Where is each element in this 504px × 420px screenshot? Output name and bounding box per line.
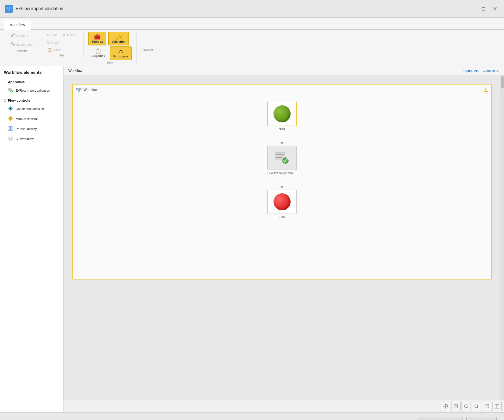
start-node[interactable]: Start xyxy=(267,102,297,131)
arrow-exflow-to-end xyxy=(280,175,284,190)
approvals-collapse-icon: □ xyxy=(4,80,6,84)
parallel-activity-label: Parallel activity xyxy=(16,127,37,131)
canvas-wrapper: Workflow Expand All Collapse All xyxy=(63,66,504,412)
end-node-box[interactable] xyxy=(267,190,297,214)
sidebar-item-parallel-activity[interactable]: Parallel activity xyxy=(0,124,63,134)
expand-all-link[interactable]: Expand All xyxy=(463,69,478,73)
save-close-button[interactable]: Save and close xyxy=(418,417,462,420)
conditional-decision-label: Conditional decision xyxy=(16,107,44,111)
navigate-group-label: Navigate xyxy=(17,49,27,52)
canvas-header-actions: Expand All Collapse All xyxy=(463,69,499,73)
pan-tool-button[interactable] xyxy=(441,402,450,411)
sidebar-item-subworkflow[interactable]: Subworkflow xyxy=(0,134,63,144)
svg-line-4 xyxy=(9,9,10,9)
validation-icon: 🔑 xyxy=(115,34,122,40)
sidebar-item-exflow-import-validation[interactable]: ExFlow import validation xyxy=(0,86,63,96)
delete-label: Delete xyxy=(67,33,76,37)
fit-all-button[interactable] xyxy=(482,402,491,411)
svg-rect-55 xyxy=(485,407,486,408)
toolbar-navigate-group: Level up Level down Navigate xyxy=(4,32,40,52)
level-up-icon xyxy=(11,33,16,39)
conditional-decision-icon xyxy=(8,106,13,112)
toolbar: Level up Level down Navigate ✂ Cut ✕ Del… xyxy=(0,30,504,66)
toolbar-advanced-group: Advanced xyxy=(137,32,158,51)
delete-button[interactable]: ✕ Delete xyxy=(61,32,78,38)
workflow-label-text: Workflow xyxy=(84,88,97,92)
edit-buttons: ✂ Cut ✕ Delete ⧉ Copy 📋 Paste xyxy=(45,32,78,53)
app-icon xyxy=(5,5,13,13)
tabbar: Workflow xyxy=(0,18,504,30)
end-circle xyxy=(273,193,291,210)
exflow-node-icon xyxy=(275,152,289,164)
copy-label: Copy xyxy=(51,41,59,44)
show-group-label: Show xyxy=(107,61,114,64)
scrollbar[interactable] xyxy=(501,75,504,400)
properties-button[interactable]: 📋 Properties xyxy=(88,46,108,60)
exflow-label: ExFlow import vali... xyxy=(269,172,295,175)
collapse-all-link[interactable]: Collapse All xyxy=(483,69,499,73)
sidebar-section-flow-controls[interactable]: □ Flow controls xyxy=(0,96,63,104)
validation-button[interactable]: 🔑 Validation xyxy=(108,32,129,45)
fit-button[interactable] xyxy=(451,402,461,411)
navigate-buttons: Level up Level down xyxy=(9,32,35,48)
level-down-label: Level down xyxy=(17,43,33,46)
exflow-validation-icon xyxy=(8,87,13,94)
level-down-button[interactable]: Level down xyxy=(9,41,35,48)
paste-label: Paste xyxy=(53,48,61,52)
arrow-head-2 xyxy=(280,186,284,188)
canvas-scroll[interactable]: Workflow ⚠ Start xyxy=(63,75,504,400)
exflow-node-box[interactable] xyxy=(267,146,297,170)
tab-workflow[interactable]: Workflow xyxy=(4,20,31,30)
exflow-node[interactable]: ExFlow import vali... xyxy=(267,146,297,175)
toolbar-show-group: 🧰 Toolbox 🔑 Validation 📋 Properties ⚠ Er… xyxy=(84,32,137,64)
sidebar-item-manual-decision[interactable]: ? Manual decision xyxy=(0,114,63,124)
edit-group-label: Edit xyxy=(59,54,64,57)
arrow-start-to-exflow xyxy=(280,131,284,146)
minimize-button[interactable]: — xyxy=(467,5,476,13)
sidebar-item-conditional-decision[interactable]: Conditional decision xyxy=(0,104,63,114)
close-button[interactable]: ✕ xyxy=(491,5,499,13)
zoom-out-button[interactable] xyxy=(472,402,481,411)
cut-button[interactable]: ✂ Cut xyxy=(45,32,59,38)
workflow-warning-icon: ⚠ xyxy=(483,87,488,93)
window-title: ExFlow import validation xyxy=(16,6,63,11)
svg-rect-30 xyxy=(76,88,78,90)
zoom-in-button[interactable] xyxy=(462,402,471,411)
svg-rect-53 xyxy=(485,405,486,406)
copy-button[interactable]: ⧉ Copy xyxy=(45,39,61,46)
approvals-items: ExFlow import validation xyxy=(0,86,63,96)
paste-button[interactable]: 📋 Paste xyxy=(45,47,63,53)
error-pane-button[interactable]: ⚠ Error pane xyxy=(110,46,132,60)
workflow-container-icon xyxy=(76,87,82,92)
svg-rect-26 xyxy=(11,137,13,138)
subworkflow-label: Subworkflow xyxy=(16,137,34,141)
svg-rect-2 xyxy=(8,9,10,11)
svg-line-49 xyxy=(467,407,468,408)
svg-rect-0 xyxy=(6,7,8,9)
sidebar-section-approvals[interactable]: □ Approvals xyxy=(0,77,63,86)
titlebar: ExFlow import validation — □ ✕ xyxy=(0,0,504,18)
start-circle xyxy=(273,105,291,122)
scrollbar-thumb[interactable] xyxy=(501,76,504,88)
svg-rect-7 xyxy=(11,43,13,44)
parallel-activity-icon xyxy=(8,126,13,132)
approvals-section-label: Approvals xyxy=(8,80,24,84)
manual-decision-icon: ? xyxy=(8,116,13,122)
level-up-button[interactable]: Level up xyxy=(9,32,31,40)
manual-decision-label: Manual decision xyxy=(16,117,39,121)
arrow-line-2 xyxy=(282,176,282,186)
svg-rect-54 xyxy=(487,405,488,406)
arrow-line-1 xyxy=(282,132,282,142)
svg-rect-57 xyxy=(495,404,499,408)
error-pane-icon: ⚠ xyxy=(118,48,123,55)
cancel-button[interactable]: Cancel xyxy=(466,417,497,420)
end-node[interactable]: End xyxy=(267,190,297,219)
copy-icon: ⧉ xyxy=(47,40,50,45)
properties-label: Properties xyxy=(92,54,105,58)
grid-button[interactable] xyxy=(492,402,502,411)
start-node-box[interactable] xyxy=(267,102,297,126)
toolbox-button[interactable]: 🧰 Toolbox xyxy=(88,32,106,45)
svg-rect-56 xyxy=(487,407,488,408)
toolbar-edit-group: ✂ Cut ✕ Delete ⧉ Copy 📋 Paste Edit xyxy=(40,32,84,57)
maximize-button[interactable]: □ xyxy=(480,5,487,13)
